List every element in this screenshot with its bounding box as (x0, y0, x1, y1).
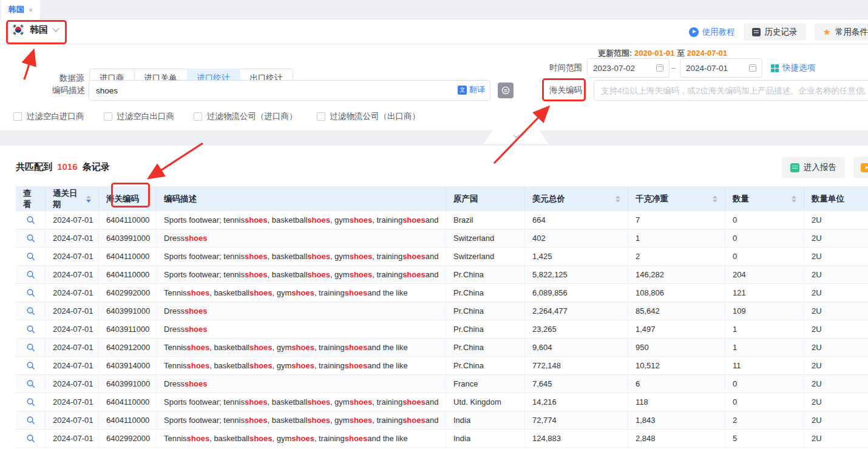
view-details-button[interactable] (16, 320, 46, 338)
cell-origin-country: Pr.China (446, 357, 525, 374)
cell-quantity: 1 (725, 320, 804, 338)
cell-net-weight: 1 (628, 229, 725, 247)
history-button[interactable]: 历史记录 (744, 23, 806, 41)
tab-title: 韩国 (8, 4, 24, 15)
update-range-label: 更新范围: (598, 49, 632, 58)
exact-match-button[interactable] (498, 83, 514, 98)
checkbox-icon[interactable] (194, 112, 202, 121)
view-details-button[interactable] (16, 411, 46, 429)
country-selector[interactable]: 韩国 (12, 24, 58, 36)
view-details-button[interactable] (16, 284, 46, 302)
match-count: 1016 (55, 161, 80, 172)
cell-net-weight: 1,843 (628, 411, 725, 429)
column-header-8[interactable]: 数量 (725, 186, 804, 211)
translate-label: 翻译 (469, 84, 485, 95)
favorites-label: 常用条件 (835, 27, 868, 38)
cell-net-weight: 10,512 (628, 357, 725, 374)
cell-net-weight: 118 (628, 393, 725, 411)
date-start-input[interactable]: 2023-07-02 (587, 58, 670, 78)
column-header-4: 编码描述 (157, 186, 446, 211)
description-input-wrap: 文 翻译 (89, 80, 490, 101)
cell-origin-country: Pr.China (446, 266, 525, 283)
cell-description: Sports footwear; tennis shoes, basketbal… (157, 266, 446, 283)
cell-net-weight: 146,282 (628, 266, 725, 283)
date-end-input[interactable]: 2024-07-01 (680, 58, 762, 78)
export-button-partial[interactable] (853, 157, 868, 178)
table-row: 2024-07-016403911000Dress shoesPr.China2… (16, 320, 868, 339)
magnifier-icon (26, 379, 35, 388)
column-label: 编码描述 (164, 194, 197, 204)
view-details-button[interactable] (16, 357, 46, 374)
summary-suffix: 条记录 (83, 161, 110, 172)
star-icon: ★ (823, 27, 831, 36)
cell-date: 2024-07-01 (46, 320, 99, 338)
checkbox-icon[interactable] (13, 112, 22, 121)
results-section: 共匹配到 1016 条记录 进入报告 查看通关日期海关编码编码描述原产国美元总价… (0, 146, 868, 449)
favorites-button[interactable]: ★ 常用条件 (815, 23, 868, 41)
view-details-button[interactable] (16, 393, 46, 411)
checkbox-icon[interactable] (104, 112, 112, 121)
update-range-to: 2024-07-01 (687, 49, 728, 58)
description-input[interactable] (89, 80, 490, 101)
translate-button[interactable]: 文 翻译 (458, 84, 485, 95)
column-header-2[interactable]: 通关日期 (46, 186, 99, 211)
cell-description: Dress shoes (157, 229, 446, 247)
cell-usd-total: 6,089,856 (525, 284, 628, 302)
view-details-button[interactable] (16, 302, 46, 320)
tab-korea[interactable]: 韩国 × (1, 0, 40, 19)
cell-date: 2024-07-01 (46, 211, 99, 229)
history-icon (752, 28, 761, 36)
update-range-from: 2020-01-01 (634, 49, 675, 58)
cell-quantity: 0 (725, 211, 804, 229)
filter-checkbox-item[interactable]: 过滤物流公司（出口商） (317, 111, 421, 122)
view-details-button[interactable] (16, 430, 46, 447)
sort-icons[interactable] (83, 195, 91, 203)
column-header-7[interactable]: 千克净重 (628, 186, 725, 211)
enter-report-button[interactable]: 进入报告 (782, 157, 845, 178)
close-icon[interactable]: × (29, 5, 33, 15)
magnifier-icon (26, 416, 35, 425)
results-table: 查看通关日期海关编码编码描述原产国美元总价千克净重数量数量单位 2024-07-… (16, 186, 868, 448)
time-range-label: 时间范围 (549, 58, 582, 78)
magnifier-icon (26, 434, 35, 443)
collapse-panel-handle[interactable] (484, 130, 548, 144)
cell-description: Dress shoes (157, 375, 446, 393)
cell-date: 2024-07-01 (46, 339, 99, 356)
filter-checkbox-item[interactable]: 过滤空白进口商 (13, 111, 84, 122)
korea-flag-icon (12, 24, 24, 36)
summary-prefix: 共匹配到 (16, 161, 52, 172)
sort-icons[interactable] (612, 195, 620, 203)
cell-quantity-unit: 2U (804, 284, 868, 302)
tutorial-link[interactable]: 使用教程 (689, 27, 735, 38)
hs-code-input[interactable] (594, 80, 868, 101)
hs-code-label: 海关编码 (549, 80, 582, 101)
cell-date: 2024-07-01 (46, 248, 99, 265)
tutorial-label: 使用教程 (702, 27, 735, 38)
tutorial-icon (689, 27, 699, 37)
cell-hs-code: 6402992000 (99, 284, 157, 302)
filter-checkbox-item[interactable]: 过滤空白出口商 (104, 111, 175, 122)
view-details-button[interactable] (16, 339, 46, 356)
column-header-9: 数量单位 (804, 186, 868, 211)
view-details-button[interactable] (16, 266, 46, 283)
cell-usd-total: 9,604 (525, 339, 628, 356)
cell-quantity: 0 (725, 229, 804, 247)
view-details-button[interactable] (16, 248, 46, 265)
cell-description: Sports footwear; tennis shoes, basketbal… (157, 248, 446, 265)
magnifier-icon (26, 361, 35, 370)
sort-icons[interactable] (709, 195, 717, 203)
cell-origin-country: Brazil (446, 211, 525, 229)
view-details-button[interactable] (16, 375, 46, 393)
cell-quantity-unit: 2U (804, 357, 868, 374)
cell-quantity-unit: 2U (804, 211, 868, 229)
checkbox-icon[interactable] (317, 112, 325, 121)
view-details-button[interactable] (16, 211, 46, 229)
view-details-button[interactable] (16, 229, 46, 247)
cell-usd-total: 402 (525, 229, 628, 247)
collapse-band (0, 130, 868, 146)
page-header: 韩国 使用教程 历史记录 ★ 常用条件 (0, 19, 868, 44)
sort-icons[interactable] (788, 195, 796, 203)
quick-options-link[interactable]: 快捷选项 (771, 58, 815, 78)
filter-checkbox-item[interactable]: 过滤物流公司（进口商） (194, 111, 297, 122)
column-header-6[interactable]: 美元总价 (525, 186, 628, 211)
